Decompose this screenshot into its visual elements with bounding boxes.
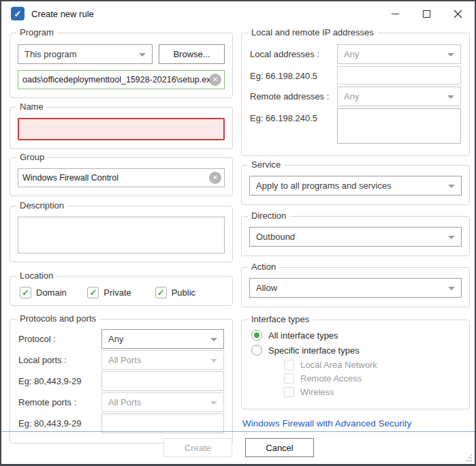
close-icon (454, 10, 462, 18)
maximize-button[interactable] (411, 1, 442, 26)
create-button[interactable]: Create (163, 438, 232, 457)
service-group-label: Service (248, 159, 284, 170)
name-input[interactable] (18, 118, 225, 140)
protocol-label: Protocol : (18, 334, 101, 344)
local-addresses-value: Any (344, 49, 359, 59)
minimize-icon (392, 14, 399, 14)
chevron-down-icon (448, 236, 455, 239)
left-column: Program This program Browse... oads\offi… (10, 33, 233, 444)
right-column: Local and remote IP addresses Local addr… (241, 33, 470, 429)
interface-types-group: Interface types All interface types Spec… (241, 320, 470, 409)
checkbox-unchecked-icon (284, 373, 294, 384)
browse-button[interactable]: Browse... (159, 44, 225, 64)
resize-grip[interactable] (463, 453, 473, 463)
action-dropdown[interactable]: Allow (249, 278, 462, 298)
remote-ports-example-label: Eg: 80,443,9-29 (18, 418, 101, 429)
cancel-button[interactable]: Cancel (245, 438, 314, 457)
direction-group-label: Direction (248, 211, 289, 221)
create-new-rule-dialog: ✓ Create new rule Program Th (0, 0, 476, 466)
addresses-group-label: Local and remote IP addresses (248, 27, 377, 37)
clear-group-button[interactable]: ✕ (209, 172, 221, 184)
local-ports-dropdown: All Ports (101, 350, 224, 370)
protocols-group-label: Protocols and ports (16, 313, 99, 324)
checkbox-public-label: Public (172, 288, 195, 298)
chevron-down-icon (210, 338, 217, 341)
description-textarea[interactable] (18, 217, 225, 253)
window-title: Create new rule (31, 9, 94, 19)
remote-access-label: Remote Access (300, 373, 362, 384)
checkbox-private[interactable]: ✓ Private (87, 287, 155, 298)
remote-ports-value: All Ports (108, 397, 141, 407)
action-group-label: Action (248, 262, 279, 272)
action-value: Allow (256, 283, 277, 293)
app-checkbox-icon: ✓ (11, 7, 25, 20)
addresses-group: Local and remote IP addresses Local addr… (241, 33, 470, 156)
service-value: Apply to all programs and services (256, 181, 392, 191)
local-area-network-label: Local Area Network (300, 360, 377, 370)
check-icon: ✓ (14, 9, 22, 19)
remote-ports-input[interactable] (101, 414, 224, 433)
service-dropdown[interactable]: Apply to all programs and services (249, 176, 462, 196)
checkbox-checked-icon: ✓ (20, 287, 31, 298)
remote-addresses-value: Any (344, 91, 359, 102)
checkbox-private-label: Private (104, 288, 131, 298)
radio-unselected-icon (251, 345, 262, 356)
remote-addresses-textarea[interactable] (337, 108, 461, 144)
chevron-down-icon (447, 95, 454, 99)
local-addresses-label: Local addresses : (250, 44, 337, 59)
radio-all-interface-types[interactable]: All interface types (251, 330, 460, 341)
checkbox-checked-icon: ✓ (87, 287, 99, 298)
local-ports-label: Local ports : (18, 355, 101, 365)
group-group: Group Windows Firewall Control ✕ (10, 157, 233, 196)
group-input[interactable]: Windows Firewall Control ✕ (18, 168, 225, 187)
clear-icon: ✕ (212, 76, 218, 83)
service-group: Service Apply to all programs and servic… (241, 165, 470, 205)
program-type-value: This program (25, 49, 77, 59)
maximize-icon (423, 10, 430, 18)
location-group-label: Location (16, 270, 57, 281)
program-path-value: oads\officedeploymenttool_15928-20216\se… (22, 75, 215, 84)
local-addresses-example-label: Eg: 66.198.240.5 (250, 66, 337, 81)
remote-addresses-dropdown[interactable]: Any (337, 87, 461, 106)
clear-icon: ✕ (212, 174, 218, 181)
name-group-label: Name (16, 102, 47, 112)
chevron-down-icon (139, 53, 146, 57)
clear-path-button[interactable]: ✕ (209, 74, 221, 86)
checkbox-public[interactable]: ✓ Public (155, 287, 223, 298)
description-group: Description (10, 206, 233, 262)
chevron-down-icon (210, 401, 217, 405)
program-path-input[interactable]: oads\officedeploymenttool_15928-20216\se… (18, 70, 225, 89)
remote-ports-label: Remote ports : (18, 397, 101, 407)
direction-dropdown[interactable]: Outbound (249, 227, 462, 247)
radio-selected-icon (251, 330, 262, 341)
title-bar: ✓ Create new rule (1, 1, 475, 26)
checkbox-checked-icon: ✓ (155, 287, 167, 298)
checkbox-domain[interactable]: ✓ Domain (20, 287, 87, 298)
wireless-label: Wireless (300, 387, 334, 397)
group-group-label: Group (16, 152, 48, 162)
action-group: Action Allow (241, 267, 470, 307)
local-addresses-input[interactable] (337, 66, 461, 84)
local-ports-value: All Ports (108, 355, 141, 365)
advanced-security-link[interactable]: Windows Firewall with Advanced Security (242, 418, 411, 429)
remote-addresses-example-label: Eg: 66.198.240.5 (250, 108, 337, 123)
radio-specific-interface-types[interactable]: Specific interface types (251, 345, 460, 356)
local-addresses-dropdown[interactable]: Any (337, 44, 461, 64)
minimize-button[interactable] (379, 1, 411, 26)
name-group: Name (10, 107, 233, 149)
interface-types-group-label: Interface types (248, 314, 313, 324)
remote-ports-dropdown: All Ports (101, 392, 224, 412)
window-controls (379, 1, 473, 26)
checkbox-wireless: Wireless (284, 387, 460, 397)
program-type-dropdown[interactable]: This program (18, 44, 153, 64)
checkbox-local-area-network: Local Area Network (284, 360, 460, 370)
description-group-label: Description (16, 200, 67, 211)
group-value: Windows Firewall Control (22, 173, 118, 183)
local-ports-input[interactable] (101, 371, 224, 391)
close-button[interactable] (442, 1, 473, 26)
direction-value: Outbound (256, 232, 295, 242)
protocol-dropdown[interactable]: Any (101, 329, 224, 349)
protocol-value: Any (108, 334, 123, 344)
remote-addresses-label: Remote addresses : (250, 87, 337, 102)
direction-group: Direction Outbound (241, 216, 470, 256)
